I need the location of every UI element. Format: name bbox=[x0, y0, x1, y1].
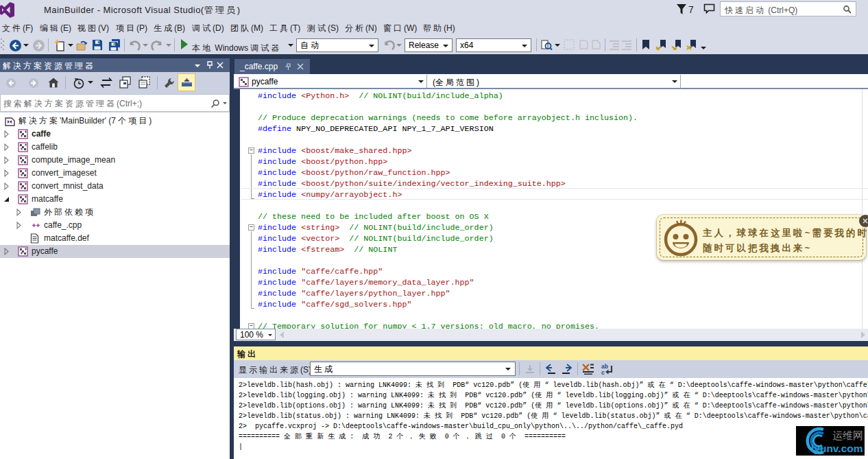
svg-text:c: c bbox=[601, 369, 605, 375]
svg-text:lyunv.com: lyunv.com bbox=[811, 443, 863, 454]
svg-text:7: 7 bbox=[688, 4, 694, 15]
svg-text:运维网: 运维网 bbox=[832, 429, 863, 441]
